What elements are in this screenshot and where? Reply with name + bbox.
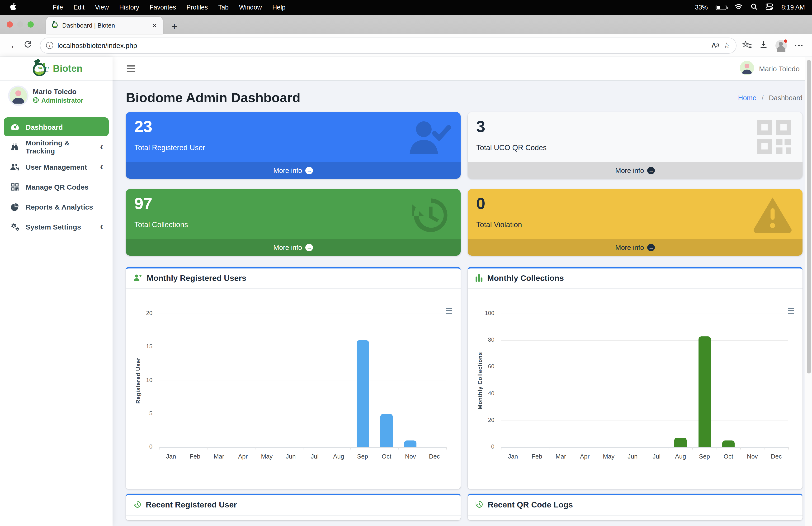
warning-triangle-icon xyxy=(752,195,793,235)
grid-line xyxy=(501,421,788,421)
arrow-circle-right-icon: → xyxy=(305,167,313,174)
bottom-card-title: Recent QR Code Logs xyxy=(488,500,573,510)
grid-line xyxy=(501,340,788,341)
x-tick xyxy=(279,447,279,450)
arrow-circle-right-icon: → xyxy=(305,243,313,251)
menubar-item-view[interactable]: View xyxy=(95,4,109,11)
qrcode-icon xyxy=(755,118,793,158)
y-tick-label: 20 xyxy=(126,310,153,316)
x-tick xyxy=(183,447,184,450)
favorites-bar-icon[interactable] xyxy=(742,41,752,50)
url-text[interactable]: localhost/bioten/index.php xyxy=(57,42,707,49)
bar-Aug xyxy=(674,438,687,447)
x-tick xyxy=(525,447,525,450)
back-icon[interactable]: ← xyxy=(8,40,21,51)
window-minimize-button[interactable] xyxy=(17,22,23,28)
x-tick-label: Aug xyxy=(669,453,692,460)
x-tick-label: Oct xyxy=(717,453,740,460)
x-tick-label: Dec xyxy=(423,453,446,460)
sidebar-item-monitoring-tracking[interactable]: Monitoring & Tracking ‹ xyxy=(4,137,109,156)
window-close-button[interactable] xyxy=(6,22,13,28)
new-tab-button[interactable]: + xyxy=(171,22,177,31)
more-info-link[interactable]: More info → xyxy=(126,162,461,179)
sidebar-item-manage-qr-codes[interactable]: Manage QR Codes xyxy=(4,177,109,196)
navbar-user[interactable]: Mario Toledo xyxy=(740,60,800,77)
x-tick xyxy=(644,447,645,450)
macos-menubar: Edge File Edit View History Favorites Pr… xyxy=(0,0,812,15)
tab-close-icon[interactable]: × xyxy=(151,21,158,30)
y-tick-label: 20 xyxy=(468,417,494,423)
menubar-item-favorites[interactable]: Favorites xyxy=(149,4,176,11)
more-info-link[interactable]: More info → xyxy=(126,239,461,256)
svg-text:BIOTEN: BIOTEN xyxy=(38,66,49,70)
x-tick-label: Mar xyxy=(207,453,230,460)
menubar-item-file[interactable]: File xyxy=(53,4,63,11)
battery-icon[interactable] xyxy=(716,5,727,10)
x-tick-label: Aug xyxy=(327,453,350,460)
tab-title: Dashboard | Bioten xyxy=(62,22,151,29)
menubar-item-window[interactable]: Window xyxy=(239,4,262,11)
x-tick xyxy=(716,447,717,450)
x-tick xyxy=(740,447,741,450)
sidebar-item-reports-analytics[interactable]: Reports & Analytics xyxy=(4,197,109,216)
downloads-icon[interactable] xyxy=(759,41,767,50)
browser-profile-avatar[interactable] xyxy=(775,40,787,51)
browser-tab-strip: Dashboard | Bioten × + xyxy=(0,15,812,34)
brand[interactable]: BIOTENENERGY Bioten xyxy=(0,57,113,81)
user-role: Administrator xyxy=(41,97,83,104)
stat-card-uco-qr-codes: 3 Total UCO QR Codes More info → xyxy=(468,112,802,179)
scrollbar-thumb[interactable] xyxy=(807,60,811,373)
y-tick-label: 0 xyxy=(468,443,494,450)
favorite-star-icon[interactable]: ☆ xyxy=(723,41,730,50)
x-tick xyxy=(303,447,303,450)
y-tick-label: 15 xyxy=(126,343,153,350)
refresh-icon[interactable] xyxy=(21,40,34,51)
breadcrumb-home-link[interactable]: Home xyxy=(738,94,756,102)
x-tick xyxy=(375,447,375,450)
arrow-circle-right-icon: → xyxy=(647,243,655,251)
read-aloud-icon[interactable]: A xyxy=(712,42,719,49)
bioten-logo-icon: BIOTENENERGY xyxy=(30,59,49,79)
more-info-link[interactable]: More info → xyxy=(468,162,802,179)
x-tick xyxy=(327,447,327,450)
sidebar-toggle-icon[interactable] xyxy=(127,65,135,72)
sidebar: BIOTENENERGY Bioten Mario Toledo Adminis… xyxy=(0,57,113,526)
bar-chart-icon xyxy=(475,273,483,283)
stat-card-registered-users: 23 Total Registered User More info → xyxy=(126,112,461,179)
menubar-item-edit[interactable]: Edit xyxy=(74,4,85,11)
x-tick xyxy=(422,447,423,450)
user-plus-icon xyxy=(133,273,143,283)
browser-tab[interactable]: Dashboard | Bioten × xyxy=(46,17,163,34)
y-tick-label: 80 xyxy=(468,337,494,343)
grid-line xyxy=(159,380,446,381)
more-info-link[interactable]: More info → xyxy=(468,239,802,256)
spotlight-search-icon[interactable] xyxy=(751,3,758,12)
navbar-user-name: Mario Toledo xyxy=(759,65,800,73)
settings-more-icon[interactable] xyxy=(795,45,802,46)
sidebar-item-user-management[interactable]: User Management ‹ xyxy=(4,157,109,176)
stat-value: 23 xyxy=(134,117,452,137)
chart-menu-icon[interactable] xyxy=(446,308,452,314)
control-center-icon[interactable] xyxy=(766,3,773,12)
chart-menu-icon[interactable] xyxy=(788,308,794,314)
x-tick xyxy=(549,447,549,450)
menubar-item-help[interactable]: Help xyxy=(272,4,286,11)
sidebar-item-dashboard[interactable]: Dashboard xyxy=(4,117,109,137)
menubar-item-tab[interactable]: Tab xyxy=(218,4,229,11)
svg-text:ENERGY: ENERGY xyxy=(39,70,49,72)
sidebar-item-system-settings[interactable]: System Settings ‹ xyxy=(4,217,109,236)
sidebar-user-panel[interactable]: Mario Toledo Administrator xyxy=(0,81,113,111)
clock[interactable]: 8:19 AM xyxy=(781,4,805,11)
window-zoom-button[interactable] xyxy=(28,22,34,28)
sidebar-item-label: Monitoring & Tracking xyxy=(26,139,100,155)
wifi-icon[interactable] xyxy=(735,3,743,12)
menubar-item-history[interactable]: History xyxy=(119,4,139,11)
site-info-icon[interactable]: i xyxy=(46,42,53,49)
menubar-item-profiles[interactable]: Profiles xyxy=(186,4,208,11)
x-tick xyxy=(788,447,789,450)
address-bar[interactable]: i localhost/bioten/index.php A ☆ xyxy=(40,37,736,54)
breadcrumb-current: Dashboard xyxy=(769,94,802,102)
sidebar-item-label: Reports & Analytics xyxy=(26,203,103,211)
more-info-label: More info xyxy=(615,167,644,174)
apple-icon[interactable] xyxy=(10,3,16,12)
